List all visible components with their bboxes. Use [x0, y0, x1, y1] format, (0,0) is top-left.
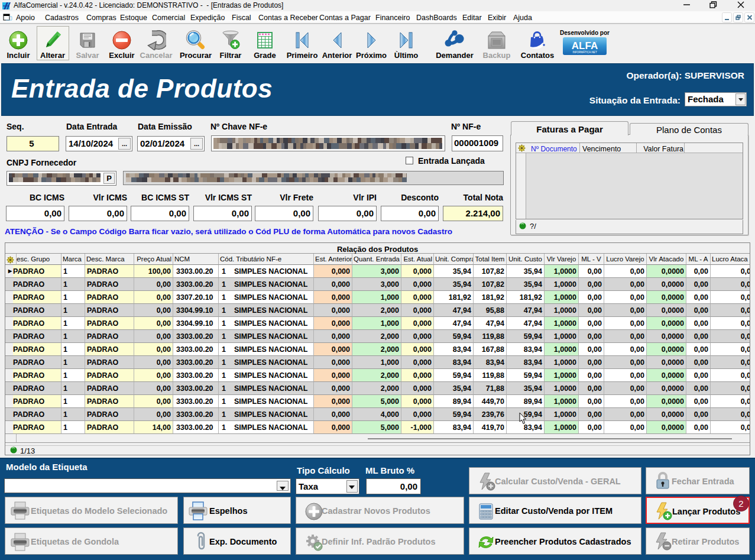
svg-text:ALFA: ALFA	[572, 40, 598, 51]
svg-text:INFORMÁTICA.NET: INFORMÁTICA.NET	[572, 50, 597, 54]
